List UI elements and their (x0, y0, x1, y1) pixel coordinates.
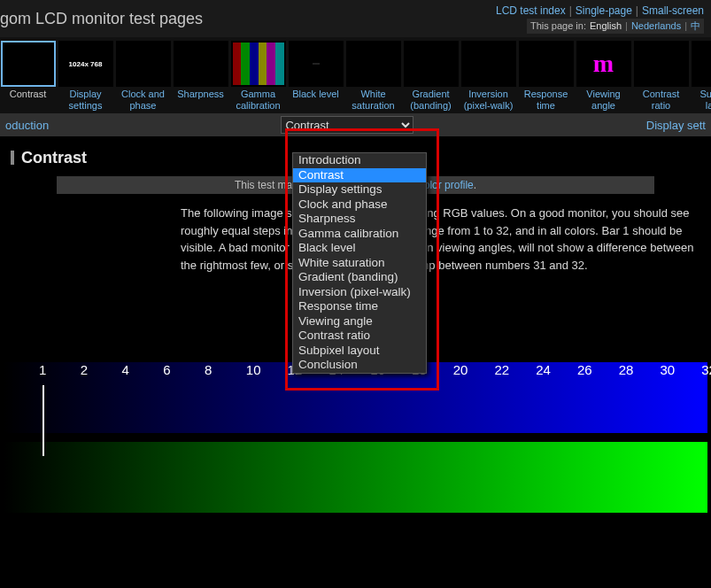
page-select[interactable]: Contrast (281, 116, 413, 134)
dropdown-option[interactable]: Viewing angle (293, 314, 426, 329)
thumb-label: Contrast (10, 87, 47, 113)
thumb-disp[interactable]: 1024x 768Display settings (58, 41, 113, 113)
gradient-green (4, 442, 707, 513)
scale-number: 30 (660, 362, 701, 377)
thumb-label: Sharpness (177, 87, 224, 113)
thumb-label: Contrast ratio (633, 87, 689, 113)
scale-number: 24 (536, 362, 577, 377)
thumbnail-strip: Contrast1024x 768Display settingsClock a… (0, 37, 711, 113)
thumb-contrast[interactable]: Contrast (0, 41, 56, 113)
dropdown-option[interactable]: White saturation (293, 256, 426, 271)
thumb-grad[interactable]: Gradient (banding) (403, 41, 459, 113)
link-single[interactable]: Single-page (576, 4, 632, 17)
dropdown-option[interactable]: Gamma calibration (293, 227, 426, 242)
thumb-gamma[interactable]: Gamma calibration (230, 41, 286, 113)
thumb-label: Clock and phase (115, 87, 171, 113)
thumb-black[interactable]: Black level (288, 41, 344, 113)
link-index[interactable]: LCD test index (496, 4, 566, 17)
thumb-label: Viewing angle (576, 87, 631, 113)
page-select-dropdown[interactable]: IntroductionContrastDisplay settingsCloc… (292, 152, 427, 374)
nav-next[interactable]: Display sett (646, 119, 706, 132)
dropdown-option[interactable]: Gradient (banding) (293, 270, 426, 285)
page-title: gom LCD monitor test pages (0, 10, 203, 28)
thumb-label: Gamma calibration (230, 87, 286, 113)
scale-number: 26 (577, 362, 619, 377)
scale-number: 6 (163, 362, 205, 377)
thumb-stripes2[interactable]: Sharpness (173, 41, 228, 113)
dropdown-option[interactable]: Conclusion (293, 358, 426, 373)
link-small[interactable]: Small-screen (642, 4, 704, 17)
dropdown-option[interactable]: Introduction (293, 153, 426, 168)
thumb-stripes[interactable]: Clock and phase (115, 41, 171, 113)
dropdown-option[interactable]: Contrast ratio (293, 329, 426, 344)
scale-marker (43, 385, 44, 456)
thumb-sub[interactable]: Subpixel layout (691, 41, 711, 113)
nav-row: oduction Contrast Display sett (0, 113, 711, 136)
scale-number: 20 (453, 362, 495, 377)
lang-cn[interactable]: 中 (691, 19, 700, 33)
nav-prev[interactable]: oduction (5, 119, 49, 132)
paragraph-1: The following image shows 32 bars with i… (181, 205, 700, 274)
test-area: 12468101214161820222426283032 (4, 362, 707, 575)
lang-en: English (590, 20, 622, 31)
thumb-label: White saturation (345, 87, 401, 113)
thumb-white[interactable]: White saturation (345, 41, 401, 113)
top-bar: gom LCD monitor test pages LCD test inde… (0, 0, 711, 37)
thumb-label: Inversion (pixel-walk) (460, 87, 516, 113)
dropdown-option[interactable]: Clock and phase (293, 197, 426, 213)
scale-number: 8 (205, 362, 246, 377)
lang-nl[interactable]: Nederlands (631, 20, 681, 31)
thumb-inv[interactable]: Inversion (pixel-walk) (460, 41, 516, 113)
dropdown-option[interactable]: Sharpness (293, 212, 426, 227)
dropdown-option[interactable]: Black level (293, 241, 426, 256)
thumb-view[interactable]: mViewing angle (576, 41, 631, 113)
scale-number: 10 (246, 362, 288, 377)
scale-number: 4 (122, 362, 164, 377)
thumb-ratio[interactable]: 420 : 1Contrast ratio (633, 41, 689, 113)
dropdown-option[interactable]: Response time (293, 299, 426, 314)
scale-number: 1 (39, 362, 81, 377)
top-links: LCD test index | Single-page | Small-scr… (496, 4, 704, 34)
scale-number: 32 (701, 362, 711, 377)
lang-label: This page in: (530, 20, 586, 31)
thumb-label: Gradient (banding) (403, 87, 459, 113)
dropdown-option[interactable]: Subpixel layout (293, 344, 426, 359)
dropdown-option[interactable]: Contrast (293, 168, 426, 183)
dropdown-option[interactable]: Display settings (293, 182, 426, 197)
scale-number: 22 (494, 362, 536, 377)
thumb-label: Response time (518, 87, 574, 113)
page-select-wrap: Contrast (281, 116, 413, 134)
thumb-label: Subpixel layout (691, 87, 711, 113)
scale-number: 28 (619, 362, 661, 377)
thumb-label: Display settings (58, 87, 113, 113)
dropdown-option[interactable]: Inversion (pixel-walk) (293, 285, 426, 300)
thumb-label: Black level (292, 87, 339, 113)
scale-number: 2 (81, 362, 122, 377)
thumb-resp[interactable]: Response time (518, 41, 574, 113)
